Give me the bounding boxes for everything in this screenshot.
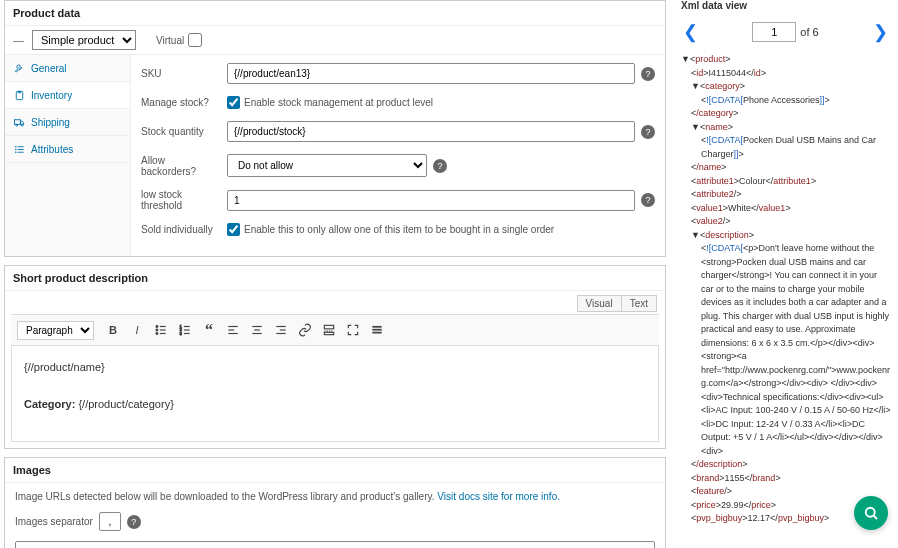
pager-next[interactable]: ❯ [869, 21, 892, 43]
svg-rect-33 [324, 332, 333, 334]
quote-button[interactable]: “ [198, 319, 220, 341]
help-fab[interactable] [854, 496, 888, 530]
sold-indiv-checkbox[interactable] [227, 223, 240, 236]
svg-point-10 [156, 326, 158, 328]
images-field-input[interactable] [15, 541, 655, 548]
align-right-button[interactable] [270, 319, 292, 341]
images-panel: Images Image URLs detected below will be… [4, 457, 666, 548]
backorders-select[interactable]: Do not allow [227, 154, 427, 177]
sold-indiv-label: Sold individually [141, 224, 227, 235]
pager-total: of 6 [800, 26, 818, 38]
svg-text:3: 3 [180, 332, 182, 336]
svg-point-3 [21, 124, 23, 126]
wrench-icon [13, 62, 25, 74]
images-sep-label: Images separator [15, 516, 93, 527]
paragraph-select[interactable]: Paragraph [17, 321, 94, 340]
tab-attributes[interactable]: Attributes [5, 136, 130, 163]
svg-point-37 [866, 508, 875, 517]
images-title: Images [5, 458, 665, 483]
svg-rect-34 [372, 326, 381, 328]
truck-icon [13, 116, 25, 128]
manage-stock-checkbox[interactable] [227, 96, 240, 109]
tab-shipping[interactable]: Shipping [5, 109, 130, 136]
fullscreen-button[interactable] [342, 319, 364, 341]
images-sep-input[interactable] [99, 512, 121, 531]
tab-general[interactable]: General [5, 55, 130, 82]
svg-point-12 [156, 329, 158, 331]
editor-cat-value: {//product/category} [78, 398, 173, 410]
product-type-select[interactable]: Simple product [32, 30, 136, 50]
svg-rect-36 [372, 332, 381, 334]
sku-label: SKU [141, 68, 227, 79]
stock-qty-label: Stock quantity [141, 126, 227, 137]
toolbar-toggle-button[interactable] [366, 319, 388, 341]
low-stock-input[interactable] [227, 190, 635, 211]
help-icon[interactable]: ? [641, 67, 655, 81]
editor-cat-label: Category: [24, 398, 75, 410]
images-intro: Image URLs detected below will be downlo… [15, 491, 437, 502]
svg-line-38 [874, 516, 877, 519]
number-list-button[interactable]: 123 [174, 319, 196, 341]
low-stock-label: low stock threshold [141, 189, 227, 211]
xml-view-title: Xml data view [677, 0, 894, 15]
sku-input[interactable] [227, 63, 635, 84]
product-data-tabs: General Inventory Shipping [5, 55, 131, 256]
align-center-button[interactable] [246, 319, 268, 341]
short-desc-panel: Short product description Visual Text Pa… [4, 265, 666, 449]
svg-point-8 [15, 149, 16, 150]
help-icon[interactable]: ? [641, 125, 655, 139]
pager-page-input[interactable] [752, 22, 796, 42]
pager-prev[interactable]: ❮ [679, 21, 702, 43]
svg-point-9 [15, 151, 16, 152]
xml-tree[interactable]: ▼<product> <id>I4115044</id> ▼<category>… [677, 53, 894, 523]
virtual-checkbox[interactable] [188, 33, 202, 47]
editor-content[interactable]: {//product/name} Category: {//product/ca… [11, 346, 659, 442]
bullet-list-button[interactable] [150, 319, 172, 341]
dash-icon: — [13, 34, 24, 46]
svg-rect-31 [324, 325, 333, 329]
svg-rect-1 [14, 119, 20, 124]
images-docs-link[interactable]: Visit docs site for more info. [437, 491, 560, 502]
editor-toolbar: Paragraph B I 123 “ [11, 314, 659, 346]
stock-qty-input[interactable] [227, 121, 635, 142]
link-button[interactable] [294, 319, 316, 341]
insert-more-button[interactable] [318, 319, 340, 341]
pager: ❮ of 6 ❯ [677, 15, 894, 53]
bold-button[interactable]: B [102, 319, 124, 341]
editor-line-name: {//product/name} [24, 358, 646, 377]
manage-stock-label: Manage stock? [141, 97, 227, 108]
svg-point-14 [156, 333, 158, 335]
product-data-title: Product data [5, 1, 665, 26]
product-data-panel: Product data — Simple product Virtual [4, 0, 666, 257]
help-icon[interactable]: ? [127, 515, 141, 529]
virtual-label: Virtual [156, 35, 184, 46]
text-tab[interactable]: Text [622, 295, 657, 312]
svg-rect-35 [372, 329, 381, 331]
clipboard-icon [13, 89, 25, 101]
italic-button[interactable]: I [126, 319, 148, 341]
list-icon [13, 143, 25, 155]
help-icon[interactable]: ? [641, 193, 655, 207]
svg-point-7 [15, 146, 16, 147]
visual-tab[interactable]: Visual [577, 295, 622, 312]
align-left-button[interactable] [222, 319, 244, 341]
tab-inventory[interactable]: Inventory [5, 82, 130, 109]
help-icon[interactable]: ? [433, 159, 447, 173]
backorders-label: Allow backorders? [141, 155, 227, 177]
short-desc-title: Short product description [5, 266, 665, 291]
svg-point-2 [15, 124, 17, 126]
